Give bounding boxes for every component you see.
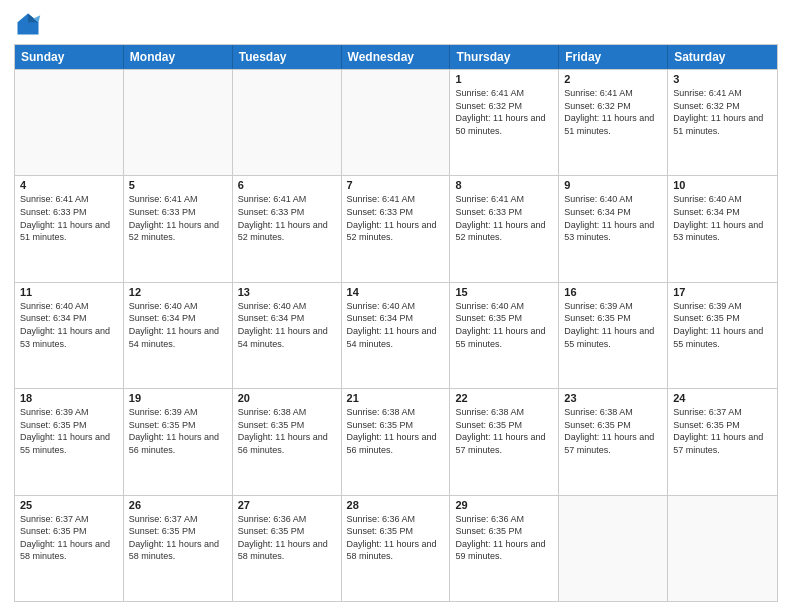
day-number: 15 [455,286,553,298]
day-number: 11 [20,286,118,298]
day-number: 25 [20,499,118,511]
day-cell-22: 22Sunrise: 6:38 AMSunset: 6:35 PMDayligh… [450,389,559,494]
day-number: 12 [129,286,227,298]
cell-info: Sunrise: 6:41 AMSunset: 6:33 PMDaylight:… [129,193,227,243]
day-cell-4: 4Sunrise: 6:41 AMSunset: 6:33 PMDaylight… [15,176,124,281]
day-cell-9: 9Sunrise: 6:40 AMSunset: 6:34 PMDaylight… [559,176,668,281]
page: SundayMondayTuesdayWednesdayThursdayFrid… [0,0,792,612]
day-header-monday: Monday [124,45,233,69]
cell-info: Sunrise: 6:41 AMSunset: 6:33 PMDaylight:… [347,193,445,243]
day-number: 20 [238,392,336,404]
day-number: 28 [347,499,445,511]
day-cell-23: 23Sunrise: 6:38 AMSunset: 6:35 PMDayligh… [559,389,668,494]
day-cell-8: 8Sunrise: 6:41 AMSunset: 6:33 PMDaylight… [450,176,559,281]
day-number: 14 [347,286,445,298]
day-number: 1 [455,73,553,85]
day-cell-12: 12Sunrise: 6:40 AMSunset: 6:34 PMDayligh… [124,283,233,388]
cell-info: Sunrise: 6:37 AMSunset: 6:35 PMDaylight:… [129,513,227,563]
day-cell-20: 20Sunrise: 6:38 AMSunset: 6:35 PMDayligh… [233,389,342,494]
cell-info: Sunrise: 6:38 AMSunset: 6:35 PMDaylight:… [564,406,662,456]
cell-info: Sunrise: 6:38 AMSunset: 6:35 PMDaylight:… [238,406,336,456]
day-cell-27: 27Sunrise: 6:36 AMSunset: 6:35 PMDayligh… [233,496,342,601]
empty-cell [15,70,124,175]
day-number: 22 [455,392,553,404]
day-number: 17 [673,286,772,298]
day-cell-6: 6Sunrise: 6:41 AMSunset: 6:33 PMDaylight… [233,176,342,281]
day-header-sunday: Sunday [15,45,124,69]
cell-info: Sunrise: 6:40 AMSunset: 6:35 PMDaylight:… [455,300,553,350]
day-cell-11: 11Sunrise: 6:40 AMSunset: 6:34 PMDayligh… [15,283,124,388]
logo-icon [14,10,42,38]
cell-info: Sunrise: 6:37 AMSunset: 6:35 PMDaylight:… [20,513,118,563]
day-header-friday: Friday [559,45,668,69]
cell-info: Sunrise: 6:40 AMSunset: 6:34 PMDaylight:… [20,300,118,350]
day-number: 3 [673,73,772,85]
day-number: 9 [564,179,662,191]
calendar-header: SundayMondayTuesdayWednesdayThursdayFrid… [15,45,777,69]
calendar-week-5: 25Sunrise: 6:37 AMSunset: 6:35 PMDayligh… [15,495,777,601]
empty-cell [233,70,342,175]
cell-info: Sunrise: 6:41 AMSunset: 6:32 PMDaylight:… [455,87,553,137]
day-number: 8 [455,179,553,191]
day-cell-15: 15Sunrise: 6:40 AMSunset: 6:35 PMDayligh… [450,283,559,388]
cell-info: Sunrise: 6:40 AMSunset: 6:34 PMDaylight:… [564,193,662,243]
cell-info: Sunrise: 6:37 AMSunset: 6:35 PMDaylight:… [673,406,772,456]
day-number: 24 [673,392,772,404]
cell-info: Sunrise: 6:38 AMSunset: 6:35 PMDaylight:… [347,406,445,456]
calendar-week-4: 18Sunrise: 6:39 AMSunset: 6:35 PMDayligh… [15,388,777,494]
day-cell-25: 25Sunrise: 6:37 AMSunset: 6:35 PMDayligh… [15,496,124,601]
day-cell-16: 16Sunrise: 6:39 AMSunset: 6:35 PMDayligh… [559,283,668,388]
day-cell-7: 7Sunrise: 6:41 AMSunset: 6:33 PMDaylight… [342,176,451,281]
day-number: 2 [564,73,662,85]
day-cell-13: 13Sunrise: 6:40 AMSunset: 6:34 PMDayligh… [233,283,342,388]
day-cell-29: 29Sunrise: 6:36 AMSunset: 6:35 PMDayligh… [450,496,559,601]
empty-cell [342,70,451,175]
calendar: SundayMondayTuesdayWednesdayThursdayFrid… [14,44,778,602]
header [14,10,778,38]
day-cell-24: 24Sunrise: 6:37 AMSunset: 6:35 PMDayligh… [668,389,777,494]
day-number: 26 [129,499,227,511]
day-number: 7 [347,179,445,191]
day-number: 19 [129,392,227,404]
day-number: 18 [20,392,118,404]
cell-info: Sunrise: 6:39 AMSunset: 6:35 PMDaylight:… [564,300,662,350]
day-cell-5: 5Sunrise: 6:41 AMSunset: 6:33 PMDaylight… [124,176,233,281]
day-cell-19: 19Sunrise: 6:39 AMSunset: 6:35 PMDayligh… [124,389,233,494]
cell-info: Sunrise: 6:41 AMSunset: 6:33 PMDaylight:… [455,193,553,243]
cell-info: Sunrise: 6:40 AMSunset: 6:34 PMDaylight:… [129,300,227,350]
empty-cell [124,70,233,175]
day-cell-18: 18Sunrise: 6:39 AMSunset: 6:35 PMDayligh… [15,389,124,494]
day-cell-26: 26Sunrise: 6:37 AMSunset: 6:35 PMDayligh… [124,496,233,601]
cell-info: Sunrise: 6:41 AMSunset: 6:32 PMDaylight:… [564,87,662,137]
day-cell-3: 3Sunrise: 6:41 AMSunset: 6:32 PMDaylight… [668,70,777,175]
day-cell-2: 2Sunrise: 6:41 AMSunset: 6:32 PMDaylight… [559,70,668,175]
day-number: 10 [673,179,772,191]
cell-info: Sunrise: 6:39 AMSunset: 6:35 PMDaylight:… [20,406,118,456]
cell-info: Sunrise: 6:40 AMSunset: 6:34 PMDaylight:… [347,300,445,350]
day-cell-10: 10Sunrise: 6:40 AMSunset: 6:34 PMDayligh… [668,176,777,281]
day-number: 13 [238,286,336,298]
cell-info: Sunrise: 6:36 AMSunset: 6:35 PMDaylight:… [347,513,445,563]
empty-cell [668,496,777,601]
cell-info: Sunrise: 6:41 AMSunset: 6:33 PMDaylight:… [20,193,118,243]
day-number: 16 [564,286,662,298]
day-header-thursday: Thursday [450,45,559,69]
cell-info: Sunrise: 6:41 AMSunset: 6:33 PMDaylight:… [238,193,336,243]
day-number: 23 [564,392,662,404]
day-number: 5 [129,179,227,191]
logo [14,10,46,38]
cell-info: Sunrise: 6:40 AMSunset: 6:34 PMDaylight:… [238,300,336,350]
cell-info: Sunrise: 6:40 AMSunset: 6:34 PMDaylight:… [673,193,772,243]
cell-info: Sunrise: 6:36 AMSunset: 6:35 PMDaylight:… [455,513,553,563]
calendar-body: 1Sunrise: 6:41 AMSunset: 6:32 PMDaylight… [15,69,777,601]
day-cell-28: 28Sunrise: 6:36 AMSunset: 6:35 PMDayligh… [342,496,451,601]
day-number: 4 [20,179,118,191]
cell-info: Sunrise: 6:39 AMSunset: 6:35 PMDaylight:… [673,300,772,350]
cell-info: Sunrise: 6:38 AMSunset: 6:35 PMDaylight:… [455,406,553,456]
day-cell-14: 14Sunrise: 6:40 AMSunset: 6:34 PMDayligh… [342,283,451,388]
cell-info: Sunrise: 6:36 AMSunset: 6:35 PMDaylight:… [238,513,336,563]
cell-info: Sunrise: 6:39 AMSunset: 6:35 PMDaylight:… [129,406,227,456]
day-cell-17: 17Sunrise: 6:39 AMSunset: 6:35 PMDayligh… [668,283,777,388]
day-number: 29 [455,499,553,511]
day-number: 21 [347,392,445,404]
